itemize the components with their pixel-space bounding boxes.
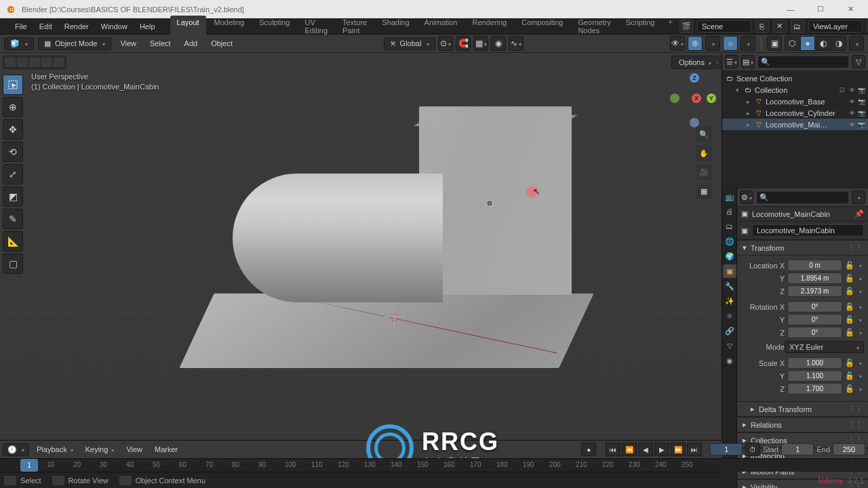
anim-dot-icon[interactable]: •	[857, 287, 864, 296]
properties-editor-type-icon[interactable]: ⚙	[740, 190, 753, 204]
editor-type-dropdown[interactable]: 🧊	[4, 37, 34, 50]
rot-x-field[interactable]: 0°	[787, 301, 842, 312]
props-tab-object-icon[interactable]: ▣	[723, 264, 736, 278]
pin-icon[interactable]: 📌	[854, 209, 864, 218]
3d-viewport[interactable]: ⊕ ✥ ⟲ ⤢ ◩ ✎ 📐 ▢ User Perspective (1) Col…	[0, 53, 722, 440]
rot-z-field[interactable]: 0°	[787, 327, 842, 338]
scale-z-field[interactable]: 1.700	[787, 383, 842, 394]
timeline-marker[interactable]: Marker	[150, 443, 182, 455]
current-frame-field[interactable]: 1	[710, 443, 743, 455]
menu-edit[interactable]: Edit	[34, 20, 58, 33]
menu-file[interactable]: File	[9, 20, 33, 33]
workspace-tab-shading[interactable]: Shading	[375, 16, 416, 37]
anim-dot-icon[interactable]: •	[857, 372, 864, 380]
window-minimize[interactable]: —	[778, 0, 803, 18]
anim-dot-icon[interactable]: •	[857, 329, 864, 337]
eye-icon[interactable]: 👁	[848, 110, 856, 117]
lock-icon[interactable]: 🔓	[845, 328, 854, 337]
anim-dot-icon[interactable]: •	[857, 274, 864, 283]
workspace-tab-compositing[interactable]: Compositing	[515, 16, 570, 37]
camera-icon[interactable]: 📷	[857, 98, 865, 105]
header-add[interactable]: Add	[180, 37, 203, 49]
header-object[interactable]: Object	[206, 37, 237, 49]
workspace-tab-geonodes[interactable]: Geometry Nodes	[571, 16, 617, 37]
scene-new-icon[interactable]: ⎘	[755, 20, 769, 33]
workspace-tab-sculpting[interactable]: Sculpting	[252, 16, 296, 37]
autokey-icon[interactable]: ●	[581, 443, 596, 456]
workspace-tab-animation[interactable]: Animation	[418, 16, 465, 37]
panel-transform-header[interactable]: ▾Transform⋮⋮	[737, 240, 868, 256]
anim-dot-icon[interactable]: •	[857, 385, 864, 393]
props-tab-data-icon[interactable]: ▽	[723, 339, 736, 352]
scene-field[interactable]: Scene	[697, 20, 751, 33]
outliner-filter-icon[interactable]: ▽	[852, 55, 865, 68]
timeline-keying[interactable]: Keying	[81, 443, 119, 455]
snap-type-icon[interactable]: ▦	[473, 36, 488, 51]
anim-dot-icon[interactable]: •	[857, 316, 864, 324]
xray-icon[interactable]: ▣	[767, 36, 782, 51]
anim-dot-icon[interactable]: •	[857, 359, 864, 367]
loc-x-field[interactable]: 0 m	[787, 260, 842, 271]
timeline-playback[interactable]: Playback	[32, 443, 78, 455]
gizmo-x-icon[interactable]: X	[692, 94, 701, 103]
orientation-dropdown[interactable]: ⤧ Global	[384, 37, 436, 50]
loc-y-field[interactable]: 1.8954 m	[787, 272, 842, 284]
shading-wireframe-icon[interactable]: ⬡	[785, 36, 800, 51]
menu-render[interactable]: Render	[59, 20, 94, 33]
datablock-name-field[interactable]: Locomotive_MainCabin	[752, 224, 864, 237]
properties-options-icon[interactable]	[852, 190, 865, 204]
end-frame-field[interactable]: 250	[833, 443, 865, 455]
workspace-tab-texturepaint[interactable]: Texture Paint	[336, 16, 374, 37]
nav-zoom-icon[interactable]: 🔍	[696, 126, 712, 142]
exclude-toggle-icon[interactable]: ☑	[838, 87, 846, 94]
outliner-scene-collection[interactable]: 🗀Scene Collection	[722, 73, 868, 84]
anim-dot-icon[interactable]: •	[857, 303, 864, 311]
mode-dropdown[interactable]: ▦ Object Mode	[38, 37, 111, 50]
props-tab-scene-icon[interactable]: 🌐	[723, 235, 736, 248]
shading-rendered-icon[interactable]: ◑	[831, 36, 846, 51]
object-icon[interactable]: ▣	[741, 226, 748, 235]
rotation-mode-dropdown[interactable]: XYZ Euler	[785, 341, 864, 353]
gizmo-toggle-icon[interactable]: ⊕	[688, 36, 703, 51]
viewlayer-field[interactable]: ViewLayer	[808, 20, 863, 33]
outliner-item-maincabin[interactable]: ▸▽Locomotive_MainCabin👁📷	[722, 119, 868, 130]
panel-relations-header[interactable]: ▸Relations⋮⋮	[737, 417, 868, 432]
lock-icon[interactable]: 🔓	[845, 287, 854, 296]
gizmo-neg-y-icon[interactable]	[670, 94, 679, 103]
lock-icon[interactable]: 🔓	[845, 359, 854, 367]
play-icon[interactable]: ▶	[654, 443, 669, 456]
nav-ortho-icon[interactable]: ▦	[696, 183, 712, 199]
props-tab-viewlayer-icon[interactable]: 🗂	[723, 220, 736, 233]
disclosure-icon[interactable]: ▾	[733, 87, 741, 94]
props-tab-render-icon[interactable]: 📺	[723, 190, 736, 203]
shading-solid-icon[interactable]: ●	[800, 36, 815, 51]
scene-browse-icon[interactable]: 🎬	[679, 20, 693, 33]
lock-icon[interactable]: 🔓	[845, 302, 854, 311]
nav-gizmo[interactable]: Z X Y	[677, 80, 712, 115]
window-close[interactable]: ✕	[838, 0, 863, 18]
preview-range-icon[interactable]: ⏱	[745, 443, 760, 456]
lock-icon[interactable]: 🔓	[845, 261, 854, 270]
workspace-tab-modeling[interactable]: Modeling	[208, 16, 252, 37]
lock-icon[interactable]: 🔓	[845, 371, 854, 380]
props-tab-constraints-icon[interactable]: 🔗	[723, 324, 736, 338]
properties-search[interactable]: 🔍	[756, 191, 849, 204]
timeline-view[interactable]: View	[121, 443, 147, 455]
eye-icon[interactable]: 👁	[848, 87, 856, 94]
camera-icon[interactable]: 📷	[857, 121, 865, 128]
gizmo-y-icon[interactable]: Y	[707, 94, 716, 103]
header-view[interactable]: View	[115, 37, 141, 49]
nav-pan-icon[interactable]: ✋	[696, 145, 712, 161]
props-tab-particles-icon[interactable]: ✨	[723, 294, 736, 308]
disclosure-icon[interactable]: ▸	[744, 110, 752, 117]
menu-help[interactable]: Help	[134, 20, 161, 33]
jump-start-icon[interactable]: ⏮	[606, 443, 620, 456]
proportional-type-icon[interactable]: ∿	[509, 36, 524, 51]
workspace-tab-uvediting[interactable]: UV Editing	[298, 16, 334, 37]
menu-window[interactable]: Window	[96, 20, 133, 33]
lock-icon[interactable]: 🔓	[845, 384, 854, 393]
scale-y-field[interactable]: 1.100	[787, 370, 842, 382]
outliner-item-cylinder[interactable]: ▸▽Locomotive_Cylinder👁📷	[722, 107, 868, 119]
camera-icon[interactable]: 📷	[857, 87, 865, 94]
lock-icon[interactable]: 🔓	[845, 274, 854, 283]
